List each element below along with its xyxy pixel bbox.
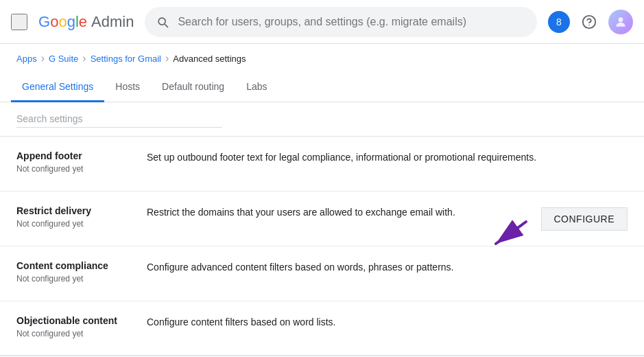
breadcrumb-gmail-settings[interactable]: Settings for Gmail (91, 54, 161, 64)
setting-row-objectionable-content: Objectionable content Not configured yet… (0, 301, 644, 355)
tab-hosts[interactable]: Hosts (104, 73, 151, 102)
breadcrumb-current: Advanced settings (173, 54, 246, 64)
setting-status-restrict-delivery: Not configured yet (16, 219, 147, 229)
setting-row-restrict-delivery: Restrict delivery Not configured yet Res… (0, 192, 644, 246)
setting-left-objectionable-content: Objectionable content Not configured yet (16, 315, 147, 338)
setting-name-restrict-delivery: Restrict delivery (16, 205, 147, 216)
setting-desc-append-footer: Set up outbound footer text for legal co… (147, 150, 628, 165)
tab-default-routing[interactable]: Default routing (151, 73, 235, 102)
svg-point-1 (589, 25, 590, 25)
user-avatar-8[interactable]: 8 (548, 11, 570, 33)
help-button[interactable] (575, 8, 603, 36)
tab-labs[interactable]: Labs (235, 73, 278, 102)
setting-left-restrict-delivery: Restrict delivery Not configured yet (16, 205, 147, 229)
breadcrumb-gsuite[interactable]: G Suite (49, 54, 78, 64)
search-bar (145, 7, 537, 37)
breadcrumb-sep-1: › (41, 52, 45, 65)
setting-status-append-footer: Not configured yet (16, 164, 147, 174)
setting-left-append-footer: Append footer Not configured yet (16, 150, 147, 174)
setting-name-objectionable-content: Objectionable content (16, 315, 147, 326)
setting-name-content-compliance: Content compliance (16, 260, 147, 271)
search-icon (156, 15, 169, 29)
setting-row-content-compliance: Content compliance Not configured yet Co… (0, 246, 644, 301)
svg-point-2 (619, 17, 623, 22)
hamburger-menu[interactable] (11, 14, 27, 30)
setting-desc-restrict-delivery: Restrict the domains that your users are… (147, 205, 541, 220)
setting-status-objectionable-content: Not configured yet (16, 329, 147, 338)
profile-avatar[interactable] (608, 10, 633, 34)
setting-desc-content-compliance: Configure advanced content filters based… (147, 260, 628, 275)
breadcrumb: Apps › G Suite › Settings for Gmail › Ad… (0, 44, 644, 73)
setting-status-content-compliance: Not configured yet (16, 274, 147, 284)
tab-general-settings[interactable]: General Settings (11, 73, 104, 102)
configure-restrict-delivery-button[interactable]: CONFIGURE (541, 207, 628, 231)
admin-label: Admin (91, 13, 134, 31)
breadcrumb-sep-3: › (165, 52, 169, 65)
search-settings-input[interactable] (16, 111, 222, 128)
settings-content: Append footer Not configured yet Set up … (0, 137, 644, 355)
google-admin-logo[interactable]: Google Admin (38, 13, 134, 31)
setting-left-content-compliance: Content compliance Not configured yet (16, 260, 147, 284)
breadcrumb-sep-2: › (82, 52, 86, 65)
setting-name-append-footer: Append footer (16, 150, 147, 161)
tabs-bar: General Settings Hosts Default routing L… (0, 73, 644, 102)
setting-row-append-footer: Append footer Not configured yet Set up … (0, 137, 644, 192)
search-settings-bar (0, 102, 644, 137)
setting-desc-objectionable-content: Configure content filters based on word … (147, 315, 628, 330)
search-input[interactable] (178, 16, 526, 28)
breadcrumb-apps[interactable]: Apps (16, 54, 37, 64)
